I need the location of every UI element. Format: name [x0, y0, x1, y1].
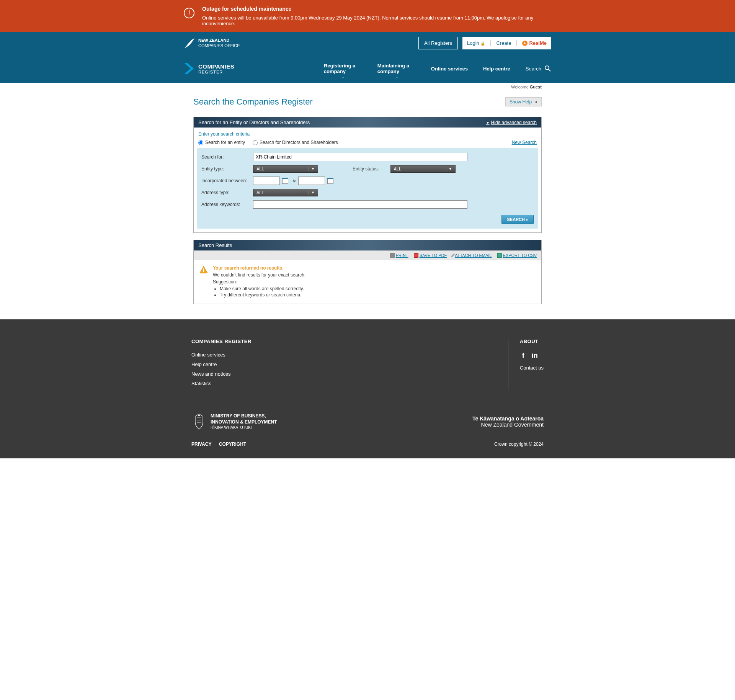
label-entity-status: Entity status:	[353, 166, 379, 172]
mbie-line2: INNOVATION & EMPLOYMENT	[211, 419, 277, 425]
attach-icon	[451, 253, 455, 257]
footer-link-help-centre[interactable]: Help centre	[191, 361, 252, 367]
facebook-icon[interactable]: f	[520, 352, 527, 359]
svg-point-2	[545, 66, 549, 70]
logo-text-2: COMPANIES OFFICE	[198, 43, 240, 48]
alert-icon	[184, 8, 194, 18]
label-incorporated: Incorporated between:	[201, 178, 253, 183]
footer-col1-title: COMPANIES REGISTER	[191, 339, 252, 344]
suggestion-item: Make sure all words are spelled correctl…	[220, 286, 305, 291]
nav-online-services[interactable]: Online services	[431, 66, 468, 72]
attach-email-link[interactable]: ATTACH TO EMAIL	[452, 253, 492, 258]
pdf-icon	[414, 253, 418, 258]
lock-icon: 🔒	[480, 41, 485, 46]
date-to-input[interactable]	[298, 177, 325, 185]
print-link[interactable]: PRINT	[390, 253, 408, 258]
ampersand: &	[293, 178, 296, 183]
nz-companies-office-logo[interactable]: NEW ZEALAND COMPANIES OFFICE	[184, 38, 240, 49]
realme-link[interactable]: ✦ RealMe	[522, 40, 547, 46]
entity-status-dropdown[interactable]: ALL ▼	[390, 165, 456, 173]
login-box: Login 🔒 Create ✦ RealMe	[462, 37, 551, 49]
address-type-dropdown[interactable]: ALL ▼	[253, 189, 318, 196]
double-chevron-icon: »	[526, 218, 528, 222]
entity-type-dropdown[interactable]: ALL ▼	[253, 165, 318, 173]
results-header: Search Results	[194, 240, 541, 250]
nzgov-line1: Te Kāwanatanga o Aotearoa	[472, 415, 544, 422]
dropdown-arrow-icon: ▼	[309, 191, 315, 195]
svg-rect-0	[189, 10, 189, 14]
footer-link-statistics[interactable]: Statistics	[191, 381, 252, 386]
nz-government: Te Kāwanatanga o Aotearoa New Zealand Go…	[472, 415, 544, 428]
nav-maintaining[interactable]: Maintaining a company⌄	[377, 63, 416, 74]
search-for-input[interactable]	[253, 153, 467, 161]
nav-registering[interactable]: Registering a company⌄	[324, 63, 362, 74]
calendar-icon[interactable]	[282, 178, 288, 184]
show-help-button[interactable]: Show Help ◄	[505, 97, 542, 106]
chevron-logo-icon	[184, 62, 195, 75]
login-link[interactable]: Login 🔒	[467, 40, 485, 46]
footer-link-news[interactable]: News and notices	[191, 371, 252, 377]
mbie-logo[interactable]: MINISTRY OF BUSINESS, INNOVATION & EMPLO…	[191, 413, 277, 430]
svg-rect-5	[203, 271, 204, 272]
top-header: NEW ZEALAND COMPANIES OFFICE All Registe…	[0, 32, 735, 54]
realme-icon: ✦	[522, 41, 528, 46]
alert-text: Online services will be unavailable from…	[202, 15, 551, 26]
svg-rect-4	[203, 268, 204, 271]
no-results-title: Your search returned no results.	[213, 265, 305, 271]
dropdown-arrow-icon: ▼	[309, 167, 315, 171]
no-results-text: We couldn't find results for your exact …	[213, 272, 305, 278]
radio-entity-input[interactable]	[198, 140, 203, 145]
radio-search-entity[interactable]: Search for an entity	[198, 140, 245, 145]
print-icon	[390, 253, 395, 258]
nav-search[interactable]: Search	[526, 65, 551, 72]
csv-icon	[497, 253, 502, 258]
all-registers-button[interactable]: All Registers	[418, 37, 458, 49]
footer-link-contact[interactable]: Contact us	[520, 365, 544, 371]
radio-search-directors[interactable]: Search for Directors and Shareholders	[253, 140, 338, 145]
welcome-bar: Welcome Guest	[193, 83, 542, 91]
cr-logo-line1: COMPANIES	[198, 63, 234, 70]
chevron-down-icon: ⌄	[341, 75, 345, 79]
radio-directors-input[interactable]	[253, 140, 258, 145]
suggestion-item: Try different keywords or search criteri…	[220, 292, 305, 298]
create-link[interactable]: Create	[496, 40, 511, 46]
footer-col2-title: ABOUT	[520, 339, 544, 344]
chevron-down-icon: ⌄	[395, 75, 398, 79]
dropdown-arrow-icon: ▼	[446, 167, 452, 171]
results-panel: Search Results PRINT SAVE TO PDF ATTACH …	[193, 240, 542, 304]
mbie-line3: HĪKINA WHAKATUTUKI	[211, 425, 277, 430]
search-icon	[544, 65, 551, 72]
footer-link-online-services[interactable]: Online services	[191, 352, 252, 358]
search-panel-header: Search for an Entity or Directors and Sh…	[194, 117, 541, 128]
privacy-link[interactable]: PRIVACY	[191, 442, 211, 447]
footer: COMPANIES REGISTER Online services Help …	[0, 319, 735, 458]
label-address-keywords: Address keywords:	[201, 202, 253, 207]
nzgov-line2: New Zealand Government	[472, 422, 544, 428]
svg-line-3	[549, 69, 550, 71]
nav-help-centre[interactable]: Help centre	[483, 66, 510, 72]
address-keywords-input[interactable]	[253, 200, 467, 209]
search-button[interactable]: SEARCH»	[501, 215, 534, 224]
label-address-type: Address type:	[201, 190, 253, 195]
page-title: Search the Companies Register	[193, 97, 313, 107]
main-nav: COMPANIES REGISTER Registering a company…	[0, 54, 735, 83]
copyright-link[interactable]: COPYRIGHT	[219, 442, 246, 447]
label-search-for: Search for:	[201, 154, 253, 160]
companies-register-logo[interactable]: COMPANIES REGISTER	[184, 62, 234, 75]
fern-icon	[184, 38, 195, 49]
date-from-input[interactable]	[253, 177, 280, 185]
calendar-icon[interactable]	[327, 178, 333, 184]
label-entity-type: Entity type:	[201, 166, 253, 172]
hide-advanced-link[interactable]: ▼Hide advanced search	[486, 120, 537, 125]
save-pdf-link[interactable]: SAVE TO PDF	[414, 253, 447, 258]
cr-logo-line2: REGISTER	[198, 70, 234, 74]
triangle-left-icon: ◄	[534, 100, 537, 104]
svg-point-6	[198, 415, 200, 416]
mbie-line1: MINISTRY OF BUSINESS,	[211, 413, 277, 419]
alert-banner: Outage for scheduled maintenance Online …	[0, 0, 735, 32]
alert-title: Outage for scheduled maintenance	[202, 6, 551, 12]
linkedin-icon[interactable]: in	[531, 352, 538, 359]
new-search-link[interactable]: New Search	[512, 140, 537, 145]
search-panel: Search for an Entity or Directors and Sh…	[193, 117, 542, 233]
export-csv-link[interactable]: EXPORT TO CSV	[497, 253, 537, 258]
